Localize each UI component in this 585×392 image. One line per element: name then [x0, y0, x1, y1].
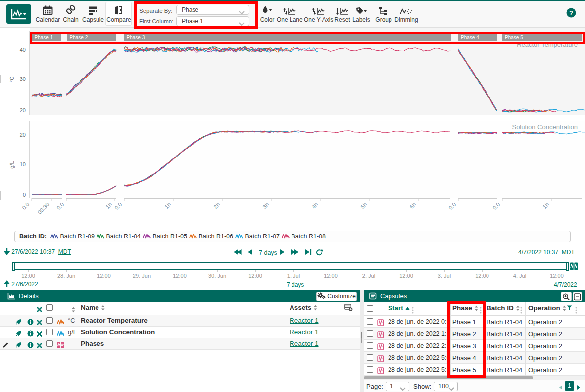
svg-text:0.0: 0.0	[447, 201, 457, 211]
svg-text:1h: 1h	[104, 201, 113, 210]
svg-text:6h: 6h	[408, 201, 417, 210]
svg-text:°C: °C	[9, 77, 15, 82]
svg-text:10: 10	[20, 161, 26, 167]
svg-text:2h: 2h	[212, 201, 221, 210]
svg-text:0.0: 0.0	[113, 201, 123, 211]
svg-text:00:30: 00:30	[36, 201, 50, 215]
svg-text:g/L: g/L	[9, 161, 15, 168]
svg-text:40: 40	[20, 47, 26, 53]
svg-text:Solution Concentration: Solution Concentration	[512, 123, 578, 131]
svg-text:0: 0	[23, 192, 26, 198]
svg-text:3h: 3h	[261, 201, 270, 210]
svg-text:1h: 1h	[163, 201, 172, 210]
svg-text:1h: 1h	[541, 201, 550, 210]
svg-text:7 days: 7 days	[259, 249, 277, 256]
svg-text:0.0: 0.0	[55, 201, 65, 211]
svg-text:4h: 4h	[310, 201, 319, 210]
svg-text:0.0: 0.0	[491, 201, 501, 211]
svg-text:5h: 5h	[359, 201, 368, 210]
svg-text:30: 30	[20, 76, 26, 82]
svg-text:20: 20	[20, 107, 26, 113]
svg-text:0.0: 0.0	[21, 201, 30, 211]
svg-text:20: 20	[20, 132, 26, 138]
